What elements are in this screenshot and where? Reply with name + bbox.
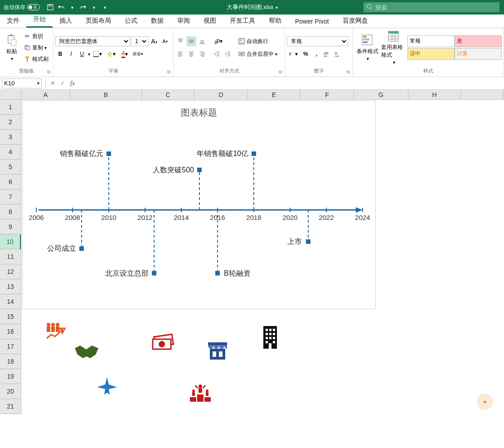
style-bad[interactable]: 差	[455, 35, 502, 47]
chart-object[interactable]: 图表标题 20062008201020122014201620182020202…	[22, 101, 376, 309]
save-icon[interactable]	[46, 3, 54, 11]
row-header[interactable]: 5	[0, 160, 21, 175]
worksheet[interactable]: ABCDEFGH 1234567891011121314151617181920…	[0, 90, 504, 448]
redo-icon[interactable]	[79, 3, 87, 11]
search-box[interactable]	[363, 2, 499, 12]
bold-button[interactable]: B	[55, 49, 65, 59]
pinyin-button[interactable]: 拼音▾	[132, 49, 145, 59]
row-header[interactable]: 18	[0, 354, 21, 369]
increase-indent-button[interactable]	[223, 49, 233, 59]
font-name-select[interactable]: 阿里巴巴普惠体	[55, 36, 130, 46]
autosave-switch[interactable]: 关	[27, 4, 40, 10]
store-icon[interactable]	[207, 341, 228, 362]
row-header[interactable]: 10	[0, 234, 21, 249]
tab-help[interactable]: 帮助	[262, 14, 288, 28]
increase-decimal-button[interactable]: .00	[322, 49, 332, 59]
borders-button[interactable]: ▾	[91, 49, 104, 59]
cells-area[interactable]: 图表标题 20062008201020122014201620182020202…	[21, 100, 504, 448]
fill-color-button[interactable]: ▾	[105, 49, 117, 59]
column-header[interactable]: C	[142, 90, 194, 99]
align-left-button[interactable]	[175, 49, 185, 59]
tab-dev[interactable]: 开发工具	[223, 14, 262, 28]
tab-powerpivot[interactable]: Power Pivot	[288, 15, 336, 28]
accounting-button[interactable]: ¥▾	[287, 49, 300, 59]
tab-view[interactable]: 视图	[197, 14, 223, 28]
undo-dropdown[interactable]: ▾	[68, 3, 76, 11]
column-header[interactable]: G	[354, 90, 408, 99]
row-header[interactable]: 6	[0, 175, 21, 190]
style-calc[interactable]: 计算	[455, 48, 502, 60]
row-header[interactable]: 15	[0, 309, 21, 324]
dialog-launcher-icon[interactable]: ⧉	[47, 69, 50, 75]
tab-insert[interactable]: 插入	[53, 14, 79, 28]
align-top-button[interactable]	[175, 36, 185, 46]
merge-center-button[interactable]: 合并后居中▾	[237, 49, 278, 59]
column-header[interactable]: F	[300, 90, 354, 99]
align-bottom-button[interactable]	[197, 36, 207, 46]
underline-button[interactable]: U	[77, 49, 87, 59]
format-painter-button[interactable]: 格式刷	[23, 54, 49, 64]
tab-baidu[interactable]: 百度网盘	[336, 14, 375, 28]
number-format-select[interactable]: 常规	[287, 36, 348, 46]
row-header[interactable]: 17	[0, 339, 21, 354]
row-header[interactable]: 2	[0, 115, 21, 130]
tab-home[interactable]: 开始	[26, 13, 53, 28]
decrease-font-button[interactable]: A▾	[160, 36, 170, 46]
money-icon[interactable]	[151, 334, 174, 352]
table-format-button[interactable]: 套用表格格式▾	[381, 30, 407, 65]
row-header[interactable]: 9	[0, 219, 21, 234]
airplane-icon[interactable]	[96, 376, 118, 399]
formula-input[interactable]	[78, 78, 504, 88]
align-right-button[interactable]	[197, 49, 207, 59]
font-size-select[interactable]: 11	[131, 36, 148, 46]
paste-button[interactable]: 粘贴 ▾	[2, 30, 22, 65]
row-header[interactable]: 7	[0, 190, 21, 205]
search-input[interactable]	[375, 4, 497, 11]
align-middle-button[interactable]	[186, 36, 196, 46]
tab-formulas[interactable]: 公式	[118, 14, 144, 28]
cut-button[interactable]: ✂ 剪切	[23, 31, 49, 41]
dialog-launcher-icon[interactable]: ⧉	[167, 69, 170, 75]
row-header[interactable]: 8	[0, 205, 21, 219]
column-header[interactable]: A	[21, 90, 70, 99]
increase-font-button[interactable]: A▴	[149, 36, 159, 46]
row-header[interactable]: 16	[0, 324, 21, 339]
row-header[interactable]: 4	[0, 145, 21, 160]
orientation-button[interactable]: ab▾	[212, 36, 224, 46]
title-dropdown-icon[interactable]: ▾	[276, 5, 278, 10]
tab-layout[interactable]: 页面布局	[79, 14, 118, 28]
undo-icon[interactable]	[57, 3, 65, 11]
comma-button[interactable]: ,	[311, 49, 321, 59]
copy-button[interactable]: 复制▾	[23, 43, 49, 53]
row-header[interactable]: 13	[0, 279, 21, 294]
podium-icon[interactable]	[189, 384, 212, 404]
row-header[interactable]: 19	[0, 369, 21, 384]
handshake-icon[interactable]	[74, 345, 99, 361]
row-header[interactable]: 1	[0, 100, 21, 115]
align-center-button[interactable]	[186, 49, 196, 59]
italic-button[interactable]: I	[66, 49, 76, 59]
building-icon[interactable]	[262, 325, 279, 351]
row-header[interactable]: 3	[0, 130, 21, 145]
tab-file[interactable]: 文件	[0, 14, 26, 28]
style-normal[interactable]: 常规	[407, 35, 455, 47]
row-header[interactable]: 12	[0, 264, 21, 279]
row-header[interactable]: 11	[0, 249, 21, 264]
name-box[interactable]: K10 ▾	[2, 78, 42, 88]
tab-data[interactable]: 数据	[144, 14, 170, 28]
wrap-text-button[interactable]: abc↩ 自动换行	[237, 36, 278, 46]
qat-customize[interactable]: ▾	[101, 3, 109, 11]
autosave-toggle[interactable]: 自动保存 关	[0, 4, 44, 11]
row-header[interactable]: 21	[0, 399, 21, 414]
redo-dropdown[interactable]: ▾	[90, 3, 98, 11]
dialog-launcher-icon[interactable]: ⧉	[279, 69, 282, 75]
percent-button[interactable]: %	[300, 49, 310, 59]
column-header[interactable]: E	[248, 90, 300, 99]
people-growth-icon[interactable]	[44, 322, 68, 343]
tab-review[interactable]: 审阅	[170, 14, 197, 28]
fx-icon[interactable]: fx	[68, 80, 78, 87]
column-header[interactable]: D	[194, 90, 248, 99]
column-header[interactable]: H	[408, 90, 461, 99]
enter-formula-icon[interactable]: ✓	[58, 80, 68, 87]
font-color-button[interactable]: A▾	[118, 49, 131, 59]
